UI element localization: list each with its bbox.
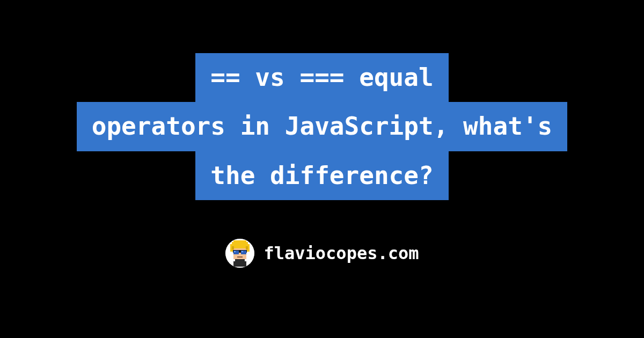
- title-line-1: == vs === equal: [195, 53, 448, 102]
- svg-rect-12: [237, 256, 243, 258]
- svg-rect-9: [234, 251, 236, 252]
- svg-rect-10: [241, 251, 243, 252]
- svg-rect-4: [233, 240, 246, 244]
- title-line-2: operators in JavaScript, what's: [77, 102, 568, 151]
- site-name: flaviocopes.com: [264, 243, 419, 263]
- svg-rect-14: [233, 261, 246, 267]
- footer: flaviocopes.com: [225, 239, 419, 268]
- svg-rect-16: [246, 246, 248, 249]
- svg-rect-11: [239, 252, 241, 253]
- avatar-icon: [225, 239, 254, 268]
- article-title: == vs === equal operators in JavaScript,…: [77, 54, 568, 201]
- svg-rect-15: [232, 246, 234, 249]
- title-line-3: the difference?: [195, 151, 448, 200]
